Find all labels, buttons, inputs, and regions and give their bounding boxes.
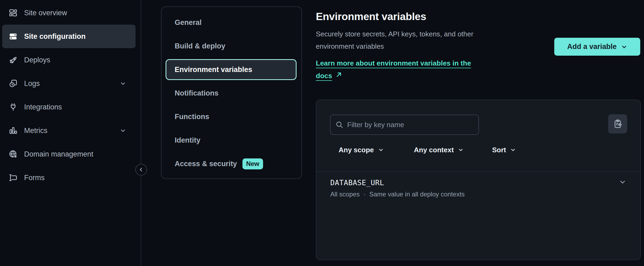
docs-link-text: docs	[316, 72, 332, 80]
rocket-icon	[9, 55, 18, 64]
sidebar-item-forms[interactable]: Forms	[2, 166, 136, 189]
config-nav-item-build-deploy[interactable]: Build & deploy	[162, 34, 301, 58]
form-input-icon	[9, 173, 18, 182]
sidebar-item-label: Deploys	[24, 56, 50, 64]
import-from-env-file-button[interactable]	[608, 114, 627, 134]
page-header: Environment variables Securely store sec…	[316, 11, 522, 82]
env-var-key: DATABASE_URL	[330, 179, 626, 187]
sidebar-item-label: Domain management	[24, 150, 93, 158]
page-description: Securely store secrets, API keys, tokens…	[316, 28, 522, 52]
sort-label: Sort	[492, 146, 506, 154]
sidebar-item-site-overview[interactable]: Site overview	[2, 1, 136, 25]
context-filter-label: Any context	[414, 146, 454, 154]
docs-link[interactable]: Learn more about environment variables i…	[316, 57, 522, 82]
external-link-arrow-icon	[335, 70, 342, 82]
bar-chart-icon	[9, 126, 18, 135]
context-filter-dropdown[interactable]: Any context	[414, 143, 464, 157]
chevron-down-icon	[510, 147, 516, 153]
new-badge: New	[242, 158, 263, 169]
scope-filter-label: Any scope	[339, 146, 374, 154]
site-settings-page: Site overview Site configuration	[0, 0, 644, 266]
env-var-scopes: All scopes	[330, 191, 360, 197]
config-nav-label: Build & deploy	[175, 42, 225, 50]
config-nav-label: Functions	[175, 113, 209, 121]
env-var-separator: ·	[363, 191, 365, 197]
config-nav-item-identity[interactable]: Identity	[162, 128, 301, 152]
environment-variables-panel: Any scope Any context Sort DATABASE_URL …	[316, 100, 641, 260]
search-icon	[335, 120, 344, 129]
config-nav-label: General	[175, 18, 202, 27]
plug-icon	[9, 102, 18, 112]
site-configuration-nav: General Build & deploy Environment varia…	[161, 6, 302, 179]
logs-clock-icon	[9, 79, 18, 88]
config-nav-item-functions[interactable]: Functions	[162, 105, 301, 128]
sort-dropdown[interactable]: Sort	[492, 143, 516, 157]
chevron-left-icon	[138, 167, 144, 173]
sidebar-item-metrics[interactable]: Metrics	[2, 119, 136, 142]
sidebar-item-integrations[interactable]: Integrations	[2, 95, 136, 119]
page-description-line: environment variables	[316, 40, 522, 52]
clipboard-import-icon	[613, 119, 623, 129]
sidebar-item-label: Metrics	[24, 127, 47, 135]
site-sidebar: Site overview Site configuration	[0, 0, 141, 266]
add-variable-button[interactable]: Add a variable	[554, 38, 640, 56]
config-nav-item-notifications[interactable]: Notifications	[162, 81, 301, 105]
sidebar-item-domain-management[interactable]: Domain management	[2, 142, 136, 166]
config-nav-label: Identity	[175, 136, 200, 145]
scope-filter-dropdown[interactable]: Any scope	[339, 143, 384, 157]
chevron-down-icon	[120, 127, 126, 134]
env-var-contexts: Same value in all deploy contexts	[369, 191, 465, 197]
server-stack-icon	[9, 32, 18, 41]
add-variable-label: Add a variable	[567, 43, 617, 51]
docs-link-text: Learn more about environment variables i…	[316, 59, 471, 67]
sidebar-item-label: Logs	[24, 79, 40, 88]
filter-search	[330, 115, 479, 135]
chevron-down-icon	[621, 44, 627, 50]
chevron-down-icon	[458, 147, 464, 153]
globe-icon	[9, 150, 18, 159]
config-nav-item-access-security[interactable]: Access & security New	[162, 152, 301, 176]
page-description-line: Securely store secrets, API keys, tokens…	[316, 28, 522, 40]
env-var-meta: All scopes · Same value in all deploy co…	[330, 191, 626, 197]
sidebar-collapse-button[interactable]	[135, 164, 147, 176]
sidebar-item-label: Integrations	[24, 103, 62, 111]
grid-overview-icon	[9, 8, 18, 17]
chevron-down-icon	[120, 80, 126, 87]
sidebar-item-label: Site configuration	[24, 32, 86, 41]
page-title: Environment variables	[316, 11, 522, 22]
config-nav-item-environment-variables[interactable]: Environment variables	[166, 59, 297, 80]
config-nav-label: Environment variables	[175, 66, 252, 74]
config-nav-item-general[interactable]: General	[162, 11, 301, 34]
env-var-row-database-url[interactable]: DATABASE_URL All scopes · Same value in …	[316, 172, 640, 209]
sidebar-item-site-configuration[interactable]: Site configuration	[2, 25, 136, 48]
config-nav-label: Access & security	[175, 160, 237, 168]
filter-key-name-input[interactable]	[330, 115, 479, 135]
sidebar-item-deploys[interactable]: Logs Deploys	[2, 48, 136, 72]
sidebar-item-label: Site overview	[24, 9, 67, 17]
config-nav-label: Notifications	[175, 89, 219, 97]
sidebar-item-label: Forms	[24, 174, 45, 182]
expand-variable-chevron-icon[interactable]	[619, 178, 626, 186]
sidebar-item-logs[interactable]: Logs	[2, 72, 136, 95]
chevron-down-icon	[378, 147, 384, 153]
